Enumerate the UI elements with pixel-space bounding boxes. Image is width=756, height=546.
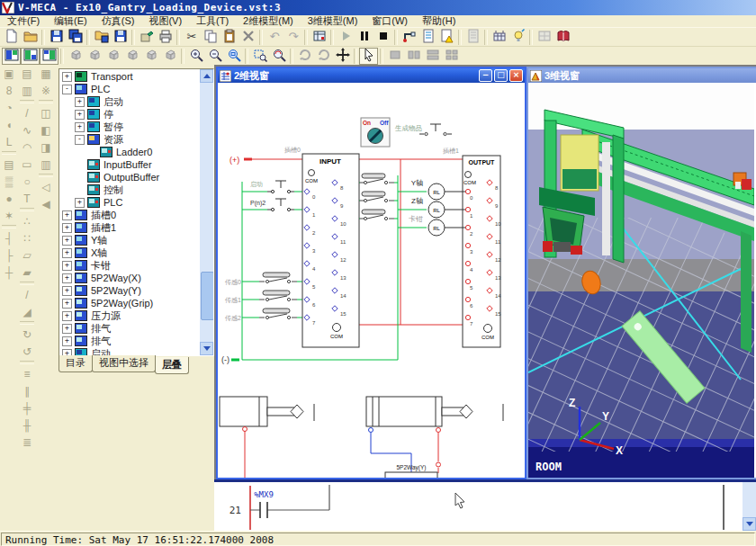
tree-item-X轴[interactable]: +X轴 — [59, 246, 200, 259]
limit-switch-2[interactable] — [259, 309, 297, 319]
layout-3d-button[interactable] — [40, 48, 58, 65]
2d-schematic-viewport[interactable]: On Off 生成物品 (+) (-) 插槽0 插槽1 — [218, 83, 525, 478]
menu-item-1[interactable]: 编辑(E) — [47, 15, 94, 27]
tree-item-插槽1[interactable]: +插槽1 — [59, 221, 200, 234]
menu-item-7[interactable]: 窗口(W) — [364, 15, 415, 27]
expand-icon[interactable]: + — [75, 97, 85, 107]
zoom-window-button[interactable] — [250, 48, 269, 65]
ladder-scrollbar[interactable] — [742, 482, 756, 531]
expand-icon[interactable]: + — [62, 311, 72, 321]
tree-item-PLC[interactable]: -PLC — [59, 83, 200, 95]
cylinder-y[interactable] — [366, 397, 472, 467]
auto-switch-0[interactable] — [360, 174, 394, 184]
2d-minimize-button[interactable]: − — [479, 69, 492, 82]
wire-connect-button[interactable] — [400, 29, 418, 46]
tree-item-5P2Way(Y)[interactable]: +5P2Way(Y) — [59, 284, 200, 297]
copy-button[interactable] — [201, 29, 220, 46]
ladder-scroll-down-button[interactable] — [742, 517, 756, 531]
pan-view-button[interactable] — [333, 48, 352, 65]
import-project-button[interactable] — [92, 29, 111, 46]
menu-item-2[interactable]: 仿真(S) — [94, 15, 142, 27]
ladder-monitor-panel[interactable]: %MX9 21 — [214, 479, 756, 531]
delete-button[interactable] — [238, 29, 257, 46]
circuit-table-button[interactable] — [490, 29, 508, 46]
menu-item-5[interactable]: 2维模型(M) — [236, 15, 301, 27]
expand-icon[interactable]: + — [75, 110, 85, 120]
scrollbar-thumb[interactable] — [201, 272, 214, 320]
layout-2d-button[interactable] — [21, 48, 40, 65]
auto-switch-1[interactable] — [360, 192, 394, 202]
expand-icon[interactable]: + — [62, 236, 72, 246]
menu-item-3[interactable]: 视图(V) — [141, 15, 189, 27]
tree-item-Ladder0[interactable]: +Ladder0 — [59, 146, 200, 158]
zoom-out-button[interactable] — [205, 48, 224, 65]
pn2-pushbutton[interactable] — [267, 199, 294, 211]
tree-item-5P2Way(X)[interactable]: +5P2Way(X) — [59, 272, 200, 284]
generate-pushbutton[interactable] — [419, 124, 452, 136]
tree-item-压力源[interactable]: +压力源 — [59, 309, 200, 322]
2d-close-button[interactable]: × — [509, 69, 523, 82]
tree-item-启动[interactable]: +启动 — [59, 95, 200, 108]
expand-icon[interactable]: + — [62, 286, 72, 296]
auto-switch-2[interactable] — [360, 210, 394, 220]
expand-icon[interactable]: + — [75, 122, 85, 132]
model-browser-button[interactable] — [310, 29, 328, 46]
tree-item-暂停[interactable]: +暂停 — [59, 121, 200, 133]
collapse-icon[interactable]: - — [75, 135, 85, 145]
rotary-switch[interactable]: On Off — [361, 118, 390, 147]
tree-scrollbar[interactable] — [200, 69, 213, 355]
tree-item-停[interactable]: +停 — [59, 108, 200, 121]
limit-switch-0[interactable] — [259, 273, 297, 283]
tree-item-PLC[interactable]: +PLC — [59, 196, 200, 209]
layout-2d3d-button[interactable] — [2, 48, 21, 65]
paste-button[interactable] — [220, 29, 238, 46]
menu-item-8[interactable]: 帮助(H) — [415, 15, 463, 27]
scroll-up-button[interactable] — [200, 69, 213, 83]
expand-icon[interactable]: + — [62, 72, 72, 82]
print-button[interactable] — [156, 29, 175, 46]
menu-item-6[interactable]: 3维模型(M) — [301, 15, 365, 27]
2d-restore-button[interactable]: □ — [494, 69, 508, 82]
tree-item-Transport[interactable]: +Transport — [59, 70, 200, 83]
expand-icon[interactable]: + — [62, 273, 72, 283]
simulate-stop-button[interactable] — [374, 29, 392, 46]
tree-item-排气[interactable]: +排气 — [59, 322, 200, 335]
title-bar[interactable]: V-MECA - Ex10_Gantry_Loading_Device.vst:… — [0, 0, 756, 15]
tree-item-卡钳[interactable]: +卡钳 — [59, 259, 200, 272]
limit-switch-1[interactable] — [259, 291, 297, 301]
expand-icon[interactable]: + — [62, 223, 72, 233]
scroll-down-button[interactable] — [200, 342, 213, 355]
2d-window-titlebar[interactable]: 2维视窗 − □ × — [218, 68, 525, 83]
expand-icon[interactable]: + — [62, 248, 72, 258]
3d-scene-viewport[interactable]: Z Y X ROOM — [528, 83, 756, 478]
help-book-button[interactable] — [554, 29, 572, 46]
expand-icon[interactable]: + — [62, 261, 72, 271]
menu-item-0[interactable]: 文件(F) — [0, 15, 47, 27]
tree-item-资源[interactable]: -资源 — [59, 133, 200, 146]
hint-bulb-button[interactable] — [508, 29, 527, 46]
3d-window-titlebar[interactable]: 3维视窗 — [528, 68, 756, 83]
tree-item-5P2Way(Grip)[interactable]: +5P2Way(Grip) — [59, 297, 200, 309]
select-cursor-button[interactable] — [359, 48, 378, 65]
tree-item-排气[interactable]: +排气 — [59, 335, 200, 347]
cut-button[interactable]: ✂ — [182, 29, 201, 46]
tree-item-插槽0[interactable]: +插槽0 — [59, 209, 200, 221]
tree-tab-cascade[interactable]: 层叠 — [155, 357, 189, 374]
zoom-fit-button[interactable] — [224, 48, 243, 65]
tree-tab-catalog[interactable]: 目录 — [58, 355, 93, 372]
tree-item-OutputBuffer[interactable]: +OutputBuffer — [59, 171, 200, 183]
expand-icon[interactable]: + — [62, 336, 72, 346]
export-project-button[interactable] — [111, 29, 130, 46]
build-model-button[interactable] — [137, 29, 156, 46]
open-file-button[interactable] — [21, 29, 40, 46]
tree-tab-select-in-view[interactable]: 视图中选择 — [92, 355, 156, 372]
save-all-button[interactable] — [66, 29, 85, 46]
new-file-button[interactable] — [2, 29, 21, 46]
zoom-in-button[interactable] — [186, 48, 205, 65]
tree-item-控制[interactable]: +控制 — [59, 183, 200, 196]
tree-item-Y轴[interactable]: +Y轴 — [59, 234, 200, 246]
expand-icon[interactable]: + — [62, 299, 72, 309]
save-file-button[interactable] — [47, 29, 66, 46]
ladder-report-button[interactable] — [418, 29, 437, 46]
simulate-pause-button[interactable] — [355, 29, 374, 46]
